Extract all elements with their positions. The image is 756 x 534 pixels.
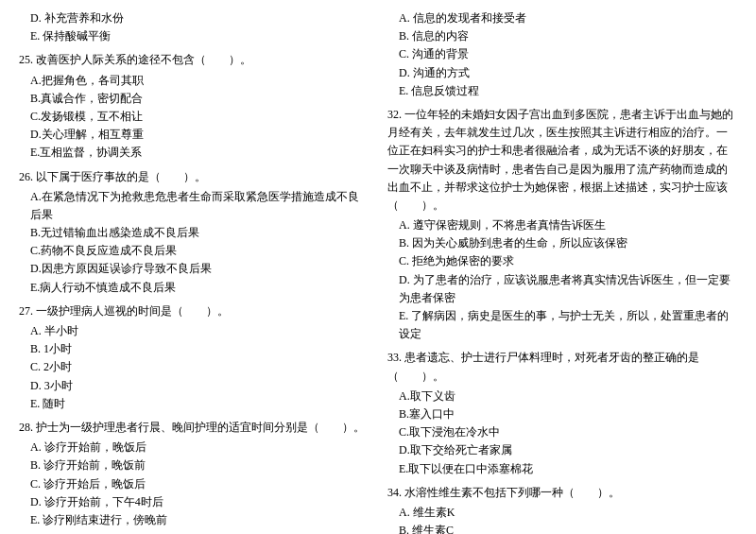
question-25-text: 25. 改善医护人际关系的途径不包含（ ）。 [19, 51, 369, 69]
q26-option-c: C.药物不良反应造成不良后果 [19, 242, 369, 260]
q34-option-b: B. 维生素C [387, 522, 737, 534]
q31-option-d: D. 沟通的方式 [387, 64, 737, 82]
question-28: 28. 护士为一级护理患者行晨、晚间护理的适宜时间分别是（ ）。 A. 诊疗开始… [19, 419, 369, 529]
q33-option-b: B.塞入口中 [387, 405, 737, 423]
q25-option-d: D.关心理解，相互尊重 [19, 126, 369, 144]
q28-option-e: E. 诊疗刚结束进行，傍晚前 [19, 511, 369, 529]
question-33-text: 33. 患者遗忘、护士进行尸体料理时，对死者牙齿的整正确的是（ ）。 [387, 349, 737, 385]
q28-option-a: A. 诊疗开始前，晚饭后 [19, 439, 369, 456]
q27-option-e: E. 随时 [19, 395, 369, 413]
q26-option-e: E.病人行动不慎造成不良后果 [19, 279, 369, 297]
q31-option-a: A. 信息的发现者和接受者 [387, 9, 737, 27]
q27-option-c: C. 2小时 [19, 358, 369, 376]
q28-option-b: B. 诊疗开始前，晚饭前 [19, 456, 369, 474]
q32-option-e: E. 了解病因，病史是医生的事，与护士无关，所以，处置重患者的设定 [387, 307, 737, 343]
page-content: D. 补充营养和水份 E. 保持酸碱平衡 25. 改善医护人际关系的途径不包含（… [19, 9, 737, 534]
q25-option-a: A.把握角色，各司其职 [19, 72, 369, 90]
q33-option-a: A.取下义齿 [387, 388, 737, 405]
q26-option-d: D.因患方原因延误诊疗导致不良后果 [19, 260, 369, 278]
prev-question-continuation: D. 补充营养和水份 E. 保持酸碱平衡 [19, 9, 369, 45]
question-26: 26. 以下属于医疗事故的是（ ）。 A.在紧急情况下为抢救患危患者生命而采取紧… [19, 168, 369, 297]
q33-option-d: D.取下交给死亡者家属 [387, 441, 737, 459]
q25-option-c: C.发扬锻模，互不相让 [19, 108, 369, 126]
question-32: 32. 一位年轻的未婚妇女因子宫出血到多医院，患者主诉于出血与她的月经有关，去年… [387, 106, 737, 343]
question-27-text: 27. 一级护理病人巡视的时间是（ ）。 [19, 302, 369, 320]
q26-option-b: B.无过错输血出感染造成不良后果 [19, 224, 369, 242]
q31-options: A. 信息的发现者和接受者 B. 信息的内容 C. 沟通的背景 D. 沟通的方式… [387, 9, 737, 100]
question-33: 33. 患者遗忘、护士进行尸体料理时，对死者牙齿的整正确的是（ ）。 A.取下义… [387, 349, 737, 477]
question-34: 34. 水溶性维生素不包括下列哪一种（ ）。 A. 维生素K B. 维生素C C… [387, 484, 737, 534]
q25-option-b: B.真诚合作，密切配合 [19, 90, 369, 108]
q27-option-d: D. 3小时 [19, 377, 369, 395]
q28-option-c: C. 诊疗开始后，晚饭后 [19, 475, 369, 493]
q31-option-b: B. 信息的内容 [387, 27, 737, 45]
q33-option-e: E.取下以便在口中添塞棉花 [387, 460, 737, 478]
q27-option-b: B. 1小时 [19, 340, 369, 358]
right-column: A. 信息的发现者和接受者 B. 信息的内容 C. 沟通的背景 D. 沟通的方式… [387, 9, 737, 534]
question-28-text: 28. 护士为一级护理患者行晨、晚间护理的适宜时间分别是（ ）。 [19, 419, 369, 437]
q28-option-d: D. 诊疗开始前，下午4时后 [19, 493, 369, 511]
q32-option-b: B. 因为关心威胁到患者的生命，所以应该保密 [387, 234, 737, 252]
question-25: 25. 改善医护人际关系的途径不包含（ ）。 A.把握角色，各司其职 B.真诚合… [19, 51, 369, 162]
q25-option-e: E.互相监督，协调关系 [19, 144, 369, 162]
option-e-prev: E. 保持酸碱平衡 [19, 27, 369, 45]
q26-option-a: A.在紧急情况下为抢救患危患者生命而采取紧急医学措施造成不良后果 [19, 188, 369, 224]
option-d-prev: D. 补充营养和水份 [19, 9, 369, 27]
q27-option-a: A. 半小时 [19, 322, 369, 340]
q32-option-c: C. 拒绝为她保密的要求 [387, 252, 737, 270]
question-26-text: 26. 以下属于医疗事故的是（ ）。 [19, 168, 369, 186]
q31-option-e: E. 信息反馈过程 [387, 82, 737, 100]
left-column: D. 补充营养和水份 E. 保持酸碱平衡 25. 改善医护人际关系的途径不包含（… [19, 9, 369, 534]
q32-option-d: D. 为了患者的治疗，应该说服患者将真实情况告诉医生，但一定要为患者保密 [387, 271, 737, 307]
question-32-text: 32. 一位年轻的未婚妇女因子宫出血到多医院，患者主诉于出血与她的月经有关，去年… [387, 106, 737, 215]
question-27: 27. 一级护理病人巡视的时间是（ ）。 A. 半小时 B. 1小时 C. 2小… [19, 302, 369, 413]
q34-option-a: A. 维生素K [387, 504, 737, 522]
q33-option-c: C.取下浸泡在冷水中 [387, 423, 737, 441]
question-34-text: 34. 水溶性维生素不包括下列哪一种（ ）。 [387, 484, 737, 502]
q32-option-a: A. 遵守保密规则，不将患者真情告诉医生 [387, 216, 737, 234]
q31-option-c: C. 沟通的背景 [387, 45, 737, 63]
